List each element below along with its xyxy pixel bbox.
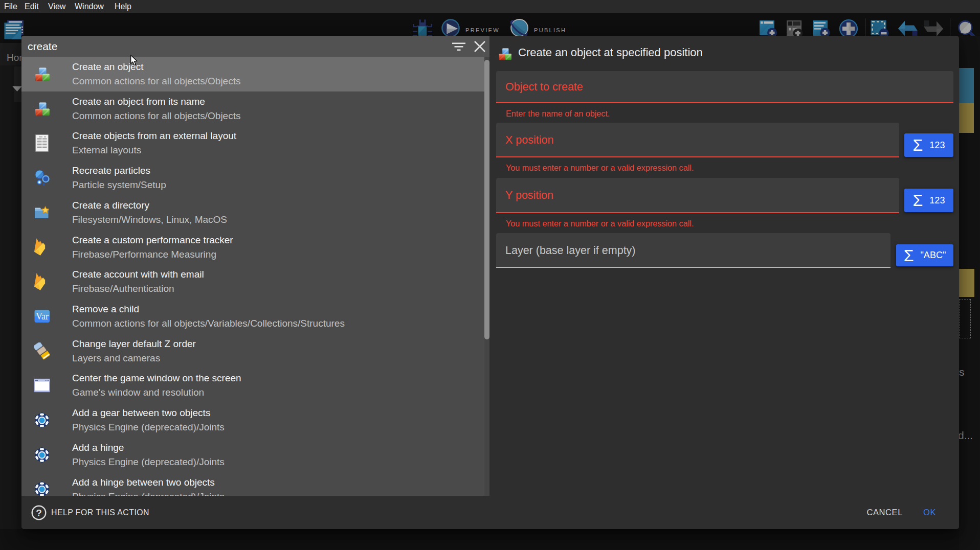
list-item[interactable]: Create a custom performance tracker Fire…	[21, 230, 489, 265]
add-external-events-icon[interactable]	[786, 19, 804, 38]
physics-icon	[34, 447, 50, 463]
list-item-text: Create an object Common actions for all …	[72, 60, 240, 88]
particles-icon	[34, 170, 50, 186]
list-item-title: Create a custom performance tracker	[72, 233, 233, 247]
folder-star-icon	[34, 205, 50, 220]
field-label: Object to create	[505, 81, 583, 94]
globe-icon[interactable]	[509, 18, 529, 38]
list-item-subtitle: Firebase/Authentication	[72, 282, 204, 295]
add-external-layout-icon[interactable]	[812, 19, 831, 38]
expression-builder-button[interactable]: Σ "ABC"	[896, 244, 953, 266]
list-item[interactable]: Add a hinge Physics Engine (deprecated)/…	[21, 438, 489, 472]
mouse-cursor	[130, 55, 140, 66]
document-icon	[34, 134, 50, 152]
field-label: Y position	[505, 189, 553, 202]
field-underline	[496, 102, 953, 104]
close-icon[interactable]	[473, 39, 487, 54]
field-underline	[496, 156, 899, 158]
list-item[interactable]: Add a gear between two objects Physics E…	[21, 403, 489, 438]
background-thumbnail-olive	[959, 103, 974, 133]
list-item-text: Remove a child Common actions for all ob…	[72, 302, 345, 330]
list-item-title: Change layer default Z order	[72, 337, 196, 351]
list-item[interactable]: Add a hinge between two objects Physics …	[21, 472, 489, 496]
list-item-text: Add a hinge between two objects Physics …	[72, 475, 225, 496]
menu-view[interactable]: View	[48, 0, 65, 13]
menu-file[interactable]: File	[4, 0, 17, 13]
list-item-title: Add a hinge between two objects	[72, 475, 225, 490]
layer-field[interactable]: Layer (base layer if empty)	[496, 233, 890, 268]
list-item[interactable]: Recreate particles Particle system/Setup	[21, 161, 489, 195]
toolbar-separator	[950, 18, 950, 37]
scrollbar-thumb[interactable]	[484, 60, 489, 339]
expression-builder-button[interactable]: Σ 123	[904, 133, 953, 157]
field-error-text: You must enter a number or a valid expre…	[506, 163, 694, 172]
ok-button[interactable]: OK	[923, 496, 936, 529]
field-error-text: You must enter a number or a valid expre…	[506, 219, 694, 228]
field-underline	[496, 212, 899, 214]
field-input-area[interactable]: X position	[496, 123, 899, 157]
redo-icon[interactable]	[924, 20, 944, 37]
y-position-field[interactable]: Y position	[496, 178, 899, 213]
field-input-area[interactable]: Y position	[496, 178, 899, 213]
physics-icon	[34, 412, 50, 428]
filter-icon[interactable]	[452, 39, 466, 54]
sigma-icon: Σ	[913, 137, 923, 153]
menu-edit[interactable]: Edit	[25, 0, 39, 13]
background-left-strip	[0, 65, 21, 529]
list-item-title: Add a hinge	[72, 441, 225, 455]
menu-help[interactable]: Help	[115, 0, 131, 13]
firebase-icon	[34, 273, 47, 291]
list-item[interactable]: Create an object from its name Common ac…	[21, 91, 489, 126]
list-item-subtitle: External layouts	[72, 143, 236, 157]
list-item-title: Center the game window on the screen	[72, 371, 241, 385]
background-right-strip: s d...	[959, 36, 980, 550]
deselect-icon[interactable]	[870, 19, 889, 37]
list-item[interactable]: Create an object Common actions for all …	[21, 57, 489, 91]
background-thumbnail-teal	[959, 68, 974, 103]
cancel-button[interactable]: CANCEL	[866, 496, 903, 529]
menu-window[interactable]: Window	[75, 0, 104, 13]
field-input-area[interactable]: Object to create	[496, 71, 953, 103]
list-item-title: Create account with with email	[72, 267, 204, 282]
list-item-subtitle: Common actions for all objects/Variables…	[72, 316, 345, 330]
firebase-icon	[34, 238, 47, 256]
background-dashed-selection	[959, 299, 971, 338]
action-list: Create an object Common actions for all …	[21, 57, 489, 496]
field-input-area[interactable]: Layer (base layer if empty)	[496, 233, 890, 268]
list-item[interactable]: Create a directory Filesystem/Windows, L…	[21, 195, 489, 230]
list-item[interactable]: Center the game window on the screen Gam…	[21, 368, 489, 403]
list-item-text: Center the game window on the screen Gam…	[72, 371, 241, 399]
undo-icon[interactable]	[897, 20, 918, 37]
sigma-icon: Σ	[913, 192, 923, 209]
list-item[interactable]: Remove a child Common actions for all ob…	[21, 299, 489, 334]
object-to-create-field[interactable]: Object to create	[496, 71, 953, 103]
list-item-subtitle: Filesystem/Windows, Linux, MacOS	[72, 213, 227, 226]
background-text-s: s	[959, 366, 965, 378]
field-helper-text: Enter the name of an object.	[506, 109, 610, 118]
toolbar-separator	[865, 18, 865, 37]
list-item-title: Add a gear between two objects	[72, 406, 225, 420]
dialog-footer: HELP FOR THIS ACTION CANCEL OK	[21, 496, 959, 529]
expression-type-label: 123	[929, 195, 945, 206]
debug-icon[interactable]	[412, 19, 433, 36]
preview-button[interactable]: PREVIEW	[465, 27, 500, 33]
publish-button[interactable]: PUBLISH	[534, 27, 566, 33]
project-manager-icon[interactable]	[4, 19, 24, 40]
list-item[interactable]: Change layer default Z order Layers and …	[21, 334, 489, 369]
panel-title: Create an object at specified position	[518, 45, 703, 60]
help-button[interactable]: HELP FOR THIS ACTION	[31, 505, 149, 520]
list-item-subtitle: Particle system/Setup	[72, 178, 166, 192]
expression-builder-button[interactable]: Σ 123	[904, 189, 953, 212]
scrollbar[interactable]	[484, 57, 489, 496]
search-input[interactable]: create	[28, 36, 57, 57]
window-icon	[34, 378, 50, 393]
add-scene-icon[interactable]	[759, 19, 777, 38]
list-item[interactable]: Create account with with email Firebase/…	[21, 264, 489, 299]
list-item-text: Add a hinge Physics Engine (deprecated)/…	[72, 441, 225, 469]
list-item[interactable]: Create objects from an external layout E…	[21, 126, 489, 161]
background-text-d: d...	[958, 429, 973, 442]
play-icon[interactable]	[441, 18, 460, 38]
expression-type-label: "ABC"	[920, 250, 946, 261]
x-position-field[interactable]: X position	[496, 123, 899, 157]
action-config-panel: Create an object at specified position O…	[489, 36, 959, 496]
